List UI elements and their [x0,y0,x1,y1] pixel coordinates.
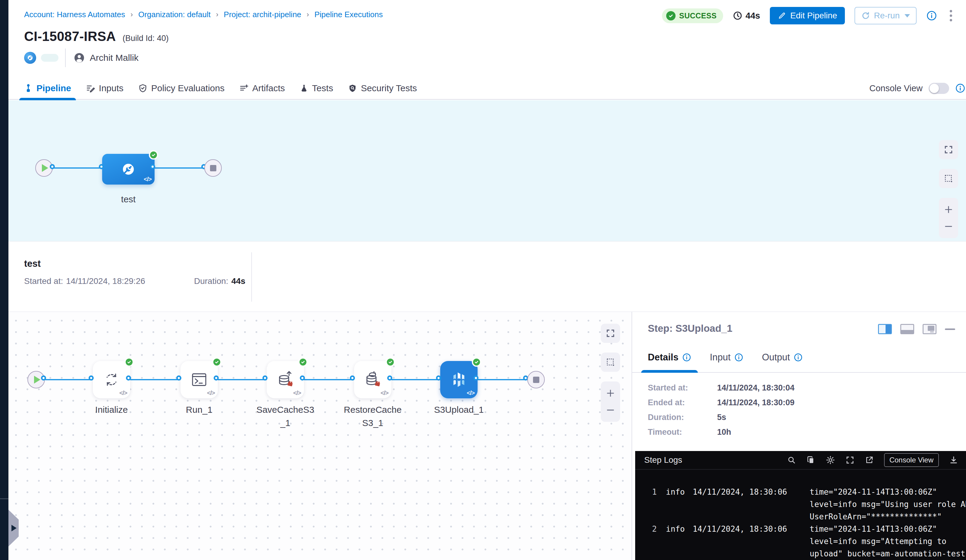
fullscreen-icon [944,145,953,154]
tab-details[interactable]: Details [648,342,691,372]
code-view-icon[interactable]: </> [293,390,301,396]
play-icon [34,376,40,383]
info-icon[interactable] [734,353,743,362]
tab-artifacts[interactable]: Artifacts [239,77,285,100]
stage-end-node [204,159,222,177]
stage-edge [53,167,103,169]
breadcrumb-pipeline-executions[interactable]: Pipeline Executions [314,10,383,19]
collapsed-sidebar [0,0,8,560]
zoom-out-icon[interactable] [943,221,954,231]
log-message: time="2024-11-14T13:00:06Z" level=info m… [810,523,966,560]
more-options-menu-icon[interactable] [947,9,955,23]
step-node-initialize[interactable]: </> [93,361,130,398]
info-icon[interactable] [682,353,691,362]
edge-connector-dot [436,375,441,381]
status-text: SUCCESS [679,11,716,20]
open-external-icon[interactable] [865,455,874,465]
canvas-fullscreen-button[interactable] [601,324,620,343]
layout-floating-icon[interactable] [923,324,936,334]
detail-row-ended-at: Ended at: 14/11/2024, 18:30:09 [648,395,795,410]
code-view-icon[interactable]: </> [144,176,151,183]
console-view-control: Console View [869,77,966,100]
s3-upload-icon [449,370,468,389]
step-panel-tabs: Details Input Output [632,342,966,373]
tab-output[interactable]: Output [762,342,803,372]
stage-label[interactable]: test [102,194,154,205]
code-view-icon[interactable]: </> [207,390,215,396]
tabs: Pipeline Inputs Policy Evaluations Artif… [24,77,417,100]
step-label-initialize[interactable]: Initialize [82,403,141,416]
tab-inputs[interactable]: Inputs [86,77,123,100]
shield-check-icon [138,84,147,93]
tab-pipeline[interactable]: Pipeline [24,77,71,100]
sidebar-divider [0,498,8,499]
edge-connector-dot [89,375,94,381]
code-view-icon[interactable]: </> [467,390,475,396]
info-icon[interactable] [955,83,965,93]
copy-icon[interactable] [806,455,815,465]
detail-row-duration: Duration: 5s [648,410,795,425]
settings-gear-icon[interactable] [826,455,835,465]
step-graph-canvas: </> </> </> </> </> [8,312,632,560]
step-node-s3upload-1[interactable]: </> [440,361,478,398]
tag-pill [41,54,58,62]
canvas-marquee-select-button[interactable] [939,169,958,188]
edit-pipeline-button[interactable]: Edit Pipeline [770,7,845,25]
console-view-toggle[interactable] [929,83,949,94]
ci-module-icon [24,52,36,64]
step-label-restorecaches3-1[interactable]: RestoreCacheS3_1 [343,403,402,430]
steps-end-node [527,371,545,388]
canvas-marquee-select-button[interactable] [601,352,620,372]
download-icon[interactable] [949,455,958,465]
zoom-in-icon[interactable] [943,205,954,215]
stage-node-test[interactable]: </> [102,154,154,185]
search-icon[interactable] [787,455,796,465]
breadcrumb-organization[interactable]: Organization: default [138,10,210,19]
breadcrumb-account[interactable]: Account: Harness Automates [24,10,125,19]
initialize-icon [102,370,121,389]
minimize-panel-icon[interactable] [945,329,955,330]
breadcrumb: Account: Harness Automates › Organizatio… [24,10,383,19]
layout-split-right-icon[interactable] [878,324,892,334]
tab-policy-evaluations[interactable]: Policy Evaluations [138,77,225,100]
step-node-run-1[interactable]: </> [181,361,218,398]
edge-connector-dot [263,375,268,381]
layout-split-bottom-icon[interactable] [900,324,914,334]
info-icon[interactable] [794,353,803,362]
tab-security-tests[interactable]: Security Tests [348,77,417,100]
save-cache-s3-icon [275,370,295,390]
marquee-select-icon [606,357,615,367]
info-icon[interactable] [926,10,937,21]
expand-arrow-icon [12,525,16,531]
rerun-button[interactable]: Re-run [854,7,917,25]
canvas-fullscreen-button[interactable] [939,140,958,159]
step-node-savecaches3-1[interactable]: </> [267,361,304,398]
code-view-icon[interactable]: </> [381,390,388,396]
step-label-s3upload-1[interactable]: S3Upload_1 [429,403,488,416]
pipeline-icon [24,84,33,93]
zoom-in-icon[interactable] [605,388,616,398]
tab-input[interactable]: Input [710,342,743,372]
pipeline-name: CI-15087-IRSA [24,29,116,44]
clock-icon [733,11,743,20]
step-label-savecaches3-1[interactable]: SaveCacheS3_1 [256,403,315,430]
breadcrumb-project[interactable]: Project: archit-pipeline [224,10,301,19]
step-label-run-1[interactable]: Run_1 [170,403,229,416]
console-view-button[interactable]: Console View [884,453,939,467]
tab-tests[interactable]: Tests [300,77,333,100]
edge-connector-dot [126,375,131,381]
step-edge [391,379,440,380]
code-view-icon[interactable]: </> [119,390,127,396]
step-details-panel: Step: S3Upload_1 Details Input Output [632,312,966,560]
stage-duration: Duration: 44s [194,277,245,286]
zoom-out-icon[interactable] [605,405,616,415]
step-logs-body[interactable]: 1 info 14/11/2024, 18:30:06 time="2024-1… [635,470,966,560]
step-node-restorecaches3-1[interactable]: </> [354,361,391,398]
edge-connector-dot [41,375,46,381]
chevron-right-icon: › [307,11,309,19]
step-edge [478,379,527,380]
log-message: time="2024-11-14T13:00:06Z" level=info m… [810,486,966,523]
step-panel-title: Step: S3Upload_1 [648,323,733,334]
fullscreen-icon[interactable] [846,455,854,465]
refresh-icon [861,11,870,20]
